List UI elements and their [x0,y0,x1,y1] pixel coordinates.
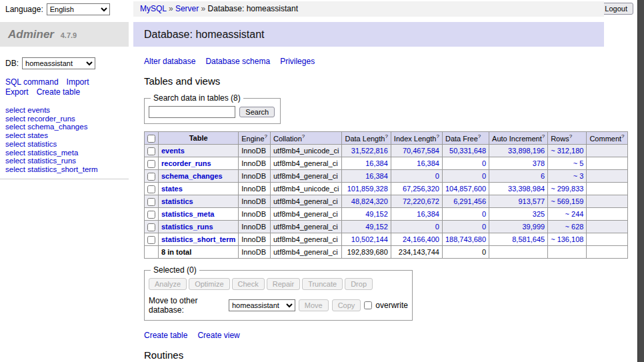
data-free-link[interactable]: 50,331,648 [449,147,486,155]
column-header-data-free[interactable]: Data Free? [442,132,489,145]
data-length-link[interactable]: 49,152 [365,223,388,231]
copy-button[interactable]: Copy [332,299,361,311]
column-header-collation[interactable]: Collation? [271,132,342,145]
table-name-link[interactable]: schema_changes [161,172,223,180]
db-action-link[interactable]: Database schema [205,57,270,66]
sidebar-table-link[interactable]: select states [5,131,48,139]
index-length-link[interactable]: 16,384 [417,210,439,218]
index-length-link[interactable]: 0 [435,172,439,180]
table-name-link[interactable]: events [161,147,185,155]
column-header-data-length[interactable]: Data Length? [342,132,391,145]
data-free-link[interactable]: 104,857,600 [445,185,486,193]
column-header-auto-increment[interactable]: Auto Increment? [489,132,548,145]
table-name-link[interactable]: statistics_short_term [161,235,235,243]
sidebar-table-link[interactable]: select schema_changes [5,123,87,131]
db-select[interactable]: homeassistant [22,57,95,69]
selected-action-optimize-button[interactable]: Optimize [189,278,229,290]
row-checkbox[interactable] [147,223,155,231]
sidebar-link[interactable]: Export [5,87,29,97]
index-length-link[interactable]: 67,256,320 [403,185,439,193]
sidebar-link[interactable]: SQL command [5,77,59,87]
index-length-link[interactable]: 70,467,584 [403,147,439,155]
selected-action-truncate-button[interactable]: Truncate [302,278,343,290]
selected-action-drop-button[interactable]: Drop [345,278,373,290]
overwrite-checkbox[interactable] [364,301,372,309]
db-action-link[interactable]: Alter database [144,57,195,66]
data-length-link[interactable]: 16,384 [365,159,388,167]
create-link[interactable]: Create view [197,331,239,340]
auto-increment-link[interactable]: 39,999 [523,223,545,231]
column-header-rows[interactable]: Rows? [548,132,587,145]
column-header-engine[interactable]: Engine? [239,132,271,145]
rows-link[interactable]: ~ 5 [573,159,584,167]
row-checkbox[interactable] [147,198,155,206]
auto-increment-link[interactable]: 33,898,196 [508,147,545,155]
auto-increment-link[interactable]: 8,581,645 [512,235,545,243]
rows-link[interactable]: ~ 136,108 [551,235,583,243]
rows-link[interactable]: ~ 628 [565,223,584,231]
row-checkbox[interactable] [147,147,155,155]
breadcrumb-link[interactable]: MySQL [140,4,167,13]
auto-increment-link[interactable]: 913,577 [518,197,545,205]
select-all-checkbox[interactable] [147,135,155,143]
data-length-link[interactable]: 16,384 [365,172,388,180]
index-length-link[interactable]: 0 [435,223,439,231]
selected-action-repair-button[interactable]: Repair [267,278,300,290]
rows-link[interactable]: ~ 299,833 [551,185,583,193]
data-length-link[interactable]: 31,522,816 [351,147,388,155]
index-length-link[interactable]: 16,384 [417,159,439,167]
sidebar-table-link[interactable]: select recorder_runs [5,115,75,123]
table-name-link[interactable]: states [161,185,183,193]
sidebar-table-link[interactable]: select events [5,106,50,114]
data-free-link[interactable]: 6,291,456 [453,197,486,205]
data-free-link[interactable]: 0 [482,210,486,218]
search-input[interactable] [149,106,235,118]
breadcrumb-link[interactable]: Server [175,4,199,13]
db-action-link[interactable]: Privileges [280,57,315,66]
data-free-link[interactable]: 188,743,680 [445,235,486,243]
row-checkbox[interactable] [147,173,155,181]
move-target-select[interactable]: homeassistant [229,299,295,311]
scrollbar[interactable] [637,0,644,362]
selected-action-analyze-button[interactable]: Analyze [149,278,187,290]
sidebar-link[interactable]: Create table [37,87,80,97]
column-header-comment[interactable]: Comment? [587,132,627,145]
row-checkbox[interactable] [147,211,155,219]
row-checkbox[interactable] [147,185,155,193]
data-length-link[interactable]: 49,152 [365,210,388,218]
sidebar-table-link[interactable]: select statistics_short_term [5,165,98,173]
adminer-logo-link[interactable]: Adminer [8,28,54,41]
table-name-link[interactable]: statistics_meta [161,210,215,218]
data-length-link[interactable]: 48,824,320 [351,197,388,205]
create-link[interactable]: Create table [144,331,187,340]
table-name-link[interactable]: statistics [161,197,193,205]
sidebar-table-link[interactable]: select statistics [5,140,57,148]
selected-action-check-button[interactable]: Check [232,278,265,290]
rows-link[interactable]: ~ 312,180 [551,147,583,155]
move-button[interactable]: Move [299,299,329,311]
data-length-link[interactable]: 101,859,328 [347,185,388,193]
sidebar-table-link[interactable]: select statistics_runs [5,157,76,165]
column-header-index-length[interactable]: Index Length? [391,132,442,145]
language-select[interactable]: English [47,3,110,15]
sidebar-link[interactable]: Import [67,77,89,87]
sidebar-table-link[interactable]: select statistics_meta [5,149,78,157]
data-free-link[interactable]: 0 [482,159,486,167]
data-length-link[interactable]: 10,502,144 [351,235,388,243]
table-name-link[interactable]: recorder_runs [161,159,211,167]
rows-link[interactable]: ~ 244 [565,210,584,218]
auto-increment-link[interactable]: 33,398,984 [508,185,545,193]
auto-increment-link[interactable]: 378 [533,159,545,167]
data-free-link[interactable]: 0 [482,223,486,231]
rows-link[interactable]: ~ 569,159 [551,197,583,205]
row-checkbox[interactable] [147,160,155,168]
table-name-link[interactable]: statistics_runs [161,223,213,231]
row-checkbox[interactable] [147,236,155,244]
index-length-link[interactable]: 72,220,672 [403,197,439,205]
auto-increment-link[interactable]: 325 [533,210,545,218]
data-free-link[interactable]: 0 [482,172,486,180]
rows-link[interactable]: ~ 3 [573,172,584,180]
auto-increment-link[interactable]: 6 [541,172,545,180]
search-button[interactable]: Search [239,107,275,117]
index-length-link[interactable]: 24,166,400 [403,235,439,243]
